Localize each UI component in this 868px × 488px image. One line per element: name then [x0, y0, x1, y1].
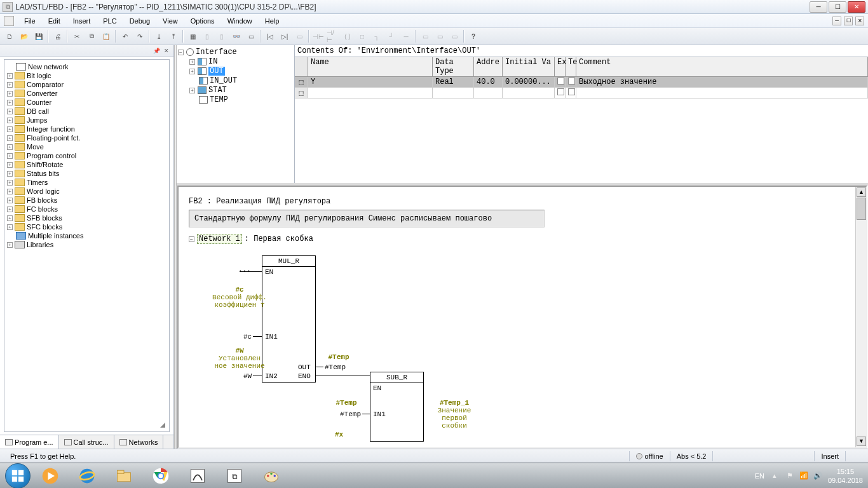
catalog-item[interactable]: New network [6, 62, 168, 71]
menu-window[interactable]: Window [221, 16, 259, 26]
menu-insert[interactable]: Insert [67, 16, 97, 26]
block-comment[interactable]: Стандартную формулу ПИД регулирования Си… [189, 210, 545, 227]
sidebar-close-icon[interactable]: ✕ [162, 46, 171, 55]
catalog-item[interactable]: +Program control [6, 151, 168, 160]
catalog-item[interactable]: +Word logic [6, 187, 168, 196]
module-icon[interactable]: ▭ [244, 29, 258, 43]
table-row[interactable]: ⬚YReal40.00.00000...Выходное значение [295, 77, 868, 88]
paste-icon[interactable]: 📋 [99, 29, 113, 43]
tab-program-elements[interactable]: Program e... [0, 435, 59, 449]
tab-networks[interactable]: Networks [114, 435, 164, 449]
network-editor[interactable]: ▲ ▼ FB2 : Реализация ПИД регулятора Стан… [177, 186, 867, 449]
print-icon[interactable]: 🖨 [51, 29, 65, 43]
catalog-item[interactable]: +Jumps [6, 116, 168, 125]
comment-temp-out: #Temp [320, 353, 358, 361]
tray-clock[interactable]: 15:15 09.04.2018 [828, 467, 863, 485]
copy-icon[interactable]: ⧉ [85, 29, 98, 43]
taskbar-step7[interactable]: ⧉ [217, 464, 252, 487]
catalog-item[interactable]: +Bit logic [6, 71, 168, 80]
menu-debug[interactable]: Debug [123, 16, 156, 26]
maximize-button[interactable]: ☐ [829, 1, 846, 13]
cut-icon[interactable]: ✂ [70, 29, 84, 43]
var-x[interactable]: #x [335, 431, 343, 438]
catalog-item[interactable]: +SFC blocks [6, 222, 168, 231]
glasses-icon[interactable]: 👓 [229, 29, 243, 43]
flag-icon[interactable]: ⚑ [785, 471, 795, 481]
menu-plc[interactable]: PLC [97, 16, 123, 26]
menu-options[interactable]: Options [184, 16, 221, 26]
table-row[interactable]: ⬚ [295, 88, 868, 98]
catalog-item[interactable]: +FB blocks [6, 196, 168, 205]
overview-icon[interactable]: ▦ [186, 29, 200, 43]
taskbar-paint[interactable] [254, 464, 288, 487]
catalog-item[interactable]: +Timers [6, 178, 168, 187]
mdi-max-icon[interactable]: ☐ [844, 17, 853, 25]
taskbar-explorer[interactable] [107, 464, 141, 487]
minimize-button[interactable]: ─ [810, 1, 827, 13]
network-collapse-icon[interactable]: − [189, 236, 194, 242]
var-c[interactable]: #c [243, 333, 252, 341]
redo-icon[interactable]: ↷ [133, 29, 147, 43]
catalog-item[interactable]: +Counter [6, 98, 168, 107]
svg-rect-2 [12, 476, 17, 481]
menu-help[interactable]: Help [259, 16, 286, 26]
upload-icon[interactable]: ⤒ [166, 29, 180, 43]
interface-root[interactable]: Interface [196, 48, 237, 57]
conn-icon: ─ [399, 29, 413, 43]
speaker-icon[interactable]: 🔊 [813, 471, 823, 481]
catalog-item[interactable]: +DB call [6, 107, 168, 116]
goto-next-icon[interactable]: ▷| [278, 29, 292, 43]
catalog-tree[interactable]: New network+Bit logic+Comparator+Convert… [4, 59, 170, 432]
taskbar-chrome[interactable] [144, 464, 178, 487]
new-icon[interactable]: 🗋 [3, 29, 17, 43]
undo-icon[interactable]: ↶ [118, 29, 132, 43]
svg-point-17 [267, 475, 269, 477]
close-button[interactable]: ✕ [848, 1, 865, 13]
start-button[interactable] [5, 463, 31, 489]
var-temp-in[interactable]: #Temp [340, 410, 361, 418]
contact-nc-icon: ⊣/⊢ [326, 29, 340, 43]
taskbar-ie[interactable] [70, 464, 104, 487]
catalog-item[interactable]: +SFB blocks [6, 214, 168, 222]
sidebar-pin-icon[interactable]: 📌 [152, 46, 161, 55]
open-icon[interactable]: 📂 [17, 29, 31, 43]
interface-item[interactable]: IN_OUT [178, 76, 293, 86]
svg-point-6 [80, 468, 95, 483]
tab-call-structure[interactable]: Call struc... [59, 435, 114, 449]
catalog-item[interactable]: +Floating-point fct. [6, 133, 168, 142]
download-icon[interactable]: ⤓ [152, 29, 166, 43]
save-icon[interactable]: 💾 [32, 29, 46, 43]
mdi-min-icon[interactable]: ─ [832, 17, 841, 25]
menu-file[interactable]: File [18, 16, 42, 26]
catalog-item[interactable]: +FC blocks [6, 205, 168, 214]
interface-item[interactable]: +IN [178, 57, 293, 67]
network-icon[interactable]: 📶 [799, 471, 809, 481]
catalog-item[interactable]: +Comparator [6, 80, 168, 89]
goto-prev-icon[interactable]: |◁ [263, 29, 277, 43]
catalog-item[interactable]: +Status bits [6, 169, 168, 178]
menu-view[interactable]: View [156, 16, 184, 26]
catalog-item[interactable]: +Shift/Rotate [6, 160, 168, 169]
catalog-item[interactable]: +Integer function [6, 125, 168, 133]
vertical-scrollbar[interactable]: ▲ ▼ [855, 187, 866, 447]
interface-item[interactable]: +STAT [178, 86, 293, 95]
taskbar-media-player[interactable] [33, 464, 67, 487]
pin-eno: ENO [298, 372, 311, 380]
menu-edit[interactable]: Edit [42, 16, 67, 26]
catalog-item[interactable]: +Move [6, 142, 168, 151]
interface-item[interactable]: TEMP [178, 95, 293, 105]
block-sub-r[interactable]: SUB_R [370, 372, 424, 442]
catalog-item[interactable]: +Libraries [6, 240, 168, 249]
mdi-close-icon[interactable]: ✕ [855, 17, 864, 25]
catalog-item[interactable]: +Converter [6, 89, 168, 98]
var-temp-out[interactable]: #Temp [325, 363, 346, 371]
tray-lang[interactable]: EN [755, 472, 764, 480]
help-icon[interactable]: ? [466, 29, 480, 43]
taskbar-app1[interactable] [180, 464, 215, 487]
interface-item[interactable]: +OUT [178, 67, 293, 76]
var-w[interactable]: #W [243, 372, 252, 380]
catalog-item[interactable]: Multiple instances [6, 231, 168, 240]
network-label[interactable]: Network 1 [197, 234, 242, 244]
interface-tree[interactable]: −Interface +IN+OUTIN_OUT+STATTEMP [177, 45, 295, 183]
chevron-up-icon[interactable]: ▴ [770, 471, 780, 481]
